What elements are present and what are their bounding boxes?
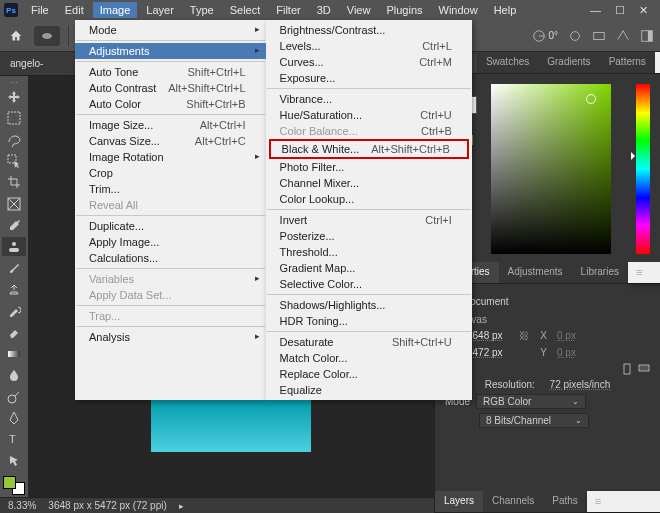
close-icon[interactable]: ✕	[639, 4, 648, 17]
bit-depth-dropdown[interactable]: 8 Bits/Channel⌄	[479, 413, 589, 428]
color-mode-dropdown[interactable]: RGB Color⌄	[476, 394, 586, 409]
tab-libraries[interactable]: Libraries	[572, 262, 628, 283]
link-wh-icon[interactable]: ⛓	[519, 330, 529, 341]
brush-tool[interactable]	[2, 258, 26, 277]
menuitem-analysis[interactable]: Analysis	[75, 329, 266, 345]
tab-swatches[interactable]: Swatches	[477, 52, 538, 73]
foreground-color-swatch[interactable]	[3, 476, 16, 489]
menuitem-brightness-contrast[interactable]: Brightness/Contrast...	[266, 22, 472, 38]
menuitem-posterize[interactable]: Posterize...	[266, 228, 472, 244]
menu-window[interactable]: Window	[432, 2, 485, 18]
panel-toggle-icon[interactable]	[640, 29, 654, 43]
diffusion-icon[interactable]	[592, 29, 606, 43]
chevron-right-icon[interactable]: ▸	[179, 501, 184, 511]
menu-file[interactable]: File	[24, 2, 56, 18]
tab-paths[interactable]: Paths	[543, 491, 587, 512]
blur-tool[interactable]	[2, 365, 26, 384]
menuitem-auto-contrast[interactable]: Auto ContrastAlt+Shift+Ctrl+L	[75, 80, 266, 96]
menuitem-trim[interactable]: Trim...	[75, 181, 266, 197]
menuitem-image-size[interactable]: Image Size...Alt+Ctrl+I	[75, 117, 266, 133]
panel-menu-icon[interactable]: ≡	[587, 491, 660, 512]
canvas-section[interactable]: ▾Canvas	[445, 314, 650, 325]
move-tool[interactable]	[2, 87, 26, 106]
home-button[interactable]	[6, 26, 26, 46]
menuitem-curves[interactable]: Curves...Ctrl+M	[266, 54, 472, 70]
eyedropper-tool[interactable]	[2, 216, 26, 235]
pressure-size-icon[interactable]	[568, 29, 582, 43]
portrait-icon[interactable]	[622, 363, 634, 375]
menuitem-image-rotation[interactable]: Image Rotation	[75, 149, 266, 165]
frame-tool[interactable]	[2, 194, 26, 213]
minimize-icon[interactable]: —	[590, 4, 601, 17]
hue-slider[interactable]	[636, 84, 650, 254]
menuitem-black-white[interactable]: Black & White...Alt+Shift+Ctrl+B	[269, 139, 469, 159]
menuitem-exposure[interactable]: Exposure...	[266, 70, 472, 86]
doc-dimensions[interactable]: 3648 px x 5472 px (72 ppi)	[48, 500, 166, 511]
menuitem-photo-filter[interactable]: Photo Filter...	[266, 159, 472, 175]
menuitem-canvas-size[interactable]: Canvas Size...Alt+Ctrl+C	[75, 133, 266, 149]
menuitem-channel-mixer[interactable]: Channel Mixer...	[266, 175, 472, 191]
menuitem-auto-color[interactable]: Auto ColorShift+Ctrl+B	[75, 96, 266, 112]
menuitem-gradient-map[interactable]: Gradient Map...	[266, 260, 472, 276]
path-selection-tool[interactable]	[2, 451, 26, 470]
menuitem-selective-color[interactable]: Selective Color...	[266, 276, 472, 292]
color-swatch-pair[interactable]	[3, 476, 25, 495]
menu-filter[interactable]: Filter	[269, 2, 307, 18]
tab-gradients[interactable]: Gradients	[538, 52, 599, 73]
menuitem-auto-tone[interactable]: Auto ToneShift+Ctrl+L	[75, 64, 266, 80]
menuitem-duplicate[interactable]: Duplicate...	[75, 218, 266, 234]
landscape-icon[interactable]	[638, 363, 650, 375]
eraser-tool[interactable]	[2, 323, 26, 342]
menuitem-invert[interactable]: InvertCtrl+I	[266, 212, 472, 228]
tablet-icon[interactable]	[616, 29, 630, 43]
menuitem-match-color[interactable]: Match Color...	[266, 350, 472, 366]
dodge-tool[interactable]	[2, 387, 26, 406]
pen-tool[interactable]	[2, 408, 26, 427]
lasso-tool[interactable]	[2, 130, 26, 149]
zoom-level[interactable]: 8.33%	[8, 500, 36, 511]
menuitem-shadows-highlights[interactable]: Shadows/Highlights...	[266, 297, 472, 313]
menuitem-color-lookup[interactable]: Color Lookup...	[266, 191, 472, 207]
menu-view[interactable]: View	[340, 2, 378, 18]
menuitem-apply-image[interactable]: Apply Image...	[75, 234, 266, 250]
history-brush-tool[interactable]	[2, 301, 26, 320]
tab-adjustments[interactable]: Adjustments	[499, 262, 572, 283]
menu-help[interactable]: Help	[487, 2, 524, 18]
menu-image[interactable]: Image	[93, 2, 138, 18]
panel-menu-icon[interactable]: ≡	[655, 52, 660, 73]
type-tool[interactable]: T	[2, 430, 26, 449]
menuitem-mode[interactable]: Mode	[75, 22, 266, 38]
tab-layers[interactable]: Layers	[435, 491, 483, 512]
panel-menu-icon[interactable]: ≡	[628, 262, 660, 283]
menuitem-crop[interactable]: Crop	[75, 165, 266, 181]
menuitem-hue-saturation[interactable]: Hue/Saturation...Ctrl+U	[266, 107, 472, 123]
menuitem-equalize[interactable]: Equalize	[266, 382, 472, 398]
maximize-icon[interactable]: ☐	[615, 4, 625, 17]
menu-select[interactable]: Select	[223, 2, 268, 18]
tab-channels[interactable]: Channels	[483, 491, 543, 512]
menu-type[interactable]: Type	[183, 2, 221, 18]
menuitem-desaturate[interactable]: DesaturateShift+Ctrl+U	[266, 334, 472, 350]
object-selection-tool[interactable]	[2, 151, 26, 170]
spot-healing-brush-tool[interactable]	[2, 237, 26, 256]
clone-stamp-tool[interactable]	[2, 280, 26, 299]
brush-angle[interactable]: 0°	[532, 29, 558, 43]
menuitem-hdr-toning[interactable]: HDR Toning...	[266, 313, 472, 329]
menuitem-replace-color[interactable]: Replace Color...	[266, 366, 472, 382]
resolution-value[interactable]: 72 pixels/inch	[550, 379, 611, 390]
menu-plugins[interactable]: Plugins	[379, 2, 429, 18]
tab-patterns[interactable]: Patterns	[600, 52, 655, 73]
menu-layer[interactable]: Layer	[139, 2, 181, 18]
menuitem-levels[interactable]: Levels...Ctrl+L	[266, 38, 472, 54]
crop-tool[interactable]	[2, 173, 26, 192]
menu-3d[interactable]: 3D	[310, 2, 338, 18]
menuitem-adjustments[interactable]: Adjustments	[75, 43, 266, 59]
menuitem-calculations[interactable]: Calculations...	[75, 250, 266, 266]
menu-edit[interactable]: Edit	[58, 2, 91, 18]
menuitem-vibrance[interactable]: Vibrance...	[266, 91, 472, 107]
menuitem-threshold[interactable]: Threshold...	[266, 244, 472, 260]
tool-preset[interactable]	[34, 26, 60, 46]
color-field[interactable]	[491, 84, 611, 254]
marquee-tool[interactable]	[2, 108, 26, 127]
gradient-tool[interactable]	[2, 344, 26, 363]
